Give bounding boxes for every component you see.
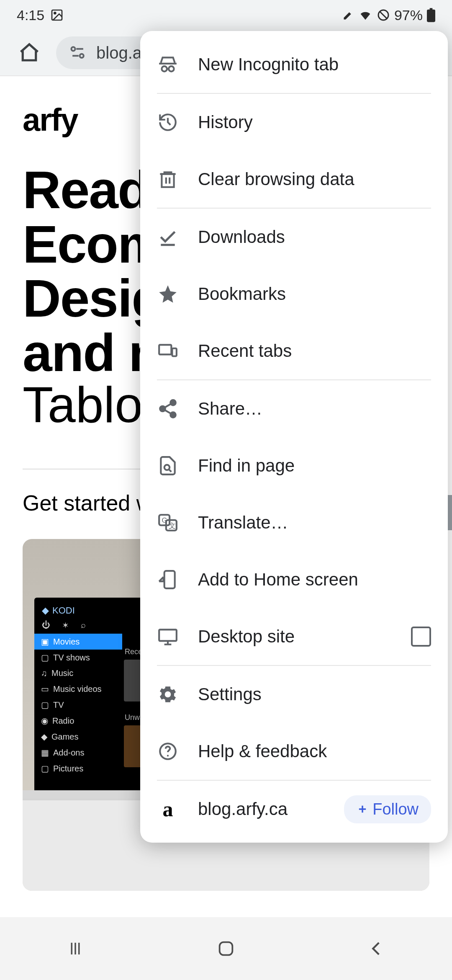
menu-help[interactable]: Help & feedback <box>140 723 448 780</box>
system-navbar <box>0 917 452 980</box>
menu-bookmarks[interactable]: Bookmarks <box>140 266 448 322</box>
menu-recent-tabs[interactable]: Recent tabs <box>140 322 448 379</box>
image-notification-icon <box>50 8 64 22</box>
menu-add-home[interactable]: Add to Home screen <box>140 551 448 608</box>
menu-share[interactable]: Share… <box>140 380 448 437</box>
svg-point-6 <box>80 54 84 58</box>
menu-label: History <box>198 112 253 132</box>
follow-button[interactable]: Follow <box>344 795 431 823</box>
battery-text: 97% <box>394 7 423 23</box>
menu-clear-data[interactable]: Clear browsing data <box>140 151 448 208</box>
svg-rect-3 <box>427 10 435 22</box>
menu-site-row[interactable]: a blog.arfy.ca Follow <box>140 781 448 838</box>
svg-rect-11 <box>172 348 176 356</box>
site-favicon: a <box>157 798 179 820</box>
status-bar: 4:15 97% <box>0 0 452 30</box>
url-text: blog.a <box>96 44 142 62</box>
menu-label: Downloads <box>198 227 285 247</box>
svg-point-23 <box>167 755 169 756</box>
menu-label: Bookmarks <box>198 284 286 304</box>
menu-translate[interactable]: G文 Translate… <box>140 494 448 551</box>
tv-cat-movies: ▣Movies <box>34 634 122 650</box>
menu-label: New Incognito tab <box>198 54 339 75</box>
desktop-icon <box>157 626 179 647</box>
menu-label: Desktop site <box>198 627 295 647</box>
svg-rect-4 <box>430 8 433 10</box>
overflow-menu: New Incognito tab History Clear browsing… <box>140 31 448 843</box>
history-icon <box>157 111 179 133</box>
tv-sidebar: ▣Movies ▢TV shows ♫Music ▭Music videos ▢… <box>34 634 122 776</box>
menu-label: Translate… <box>198 513 288 533</box>
svg-point-8 <box>169 66 174 72</box>
desktop-site-checkbox[interactable] <box>411 627 431 647</box>
svg-point-14 <box>170 412 176 418</box>
recent-tabs-icon <box>157 340 179 362</box>
svg-point-5 <box>71 47 75 51</box>
svg-point-1 <box>54 12 56 14</box>
menu-desktop-site[interactable]: Desktop site <box>140 608 448 665</box>
trash-icon <box>157 168 179 190</box>
incognito-icon <box>157 54 179 75</box>
menu-downloads[interactable]: Downloads <box>140 209 448 266</box>
battery-icon <box>427 8 435 22</box>
find-icon <box>157 455 179 477</box>
menu-history[interactable]: History <box>140 94 448 151</box>
svg-point-12 <box>170 400 176 405</box>
menu-label: Recent tabs <box>198 341 292 361</box>
svg-rect-9 <box>162 174 174 187</box>
help-icon <box>157 740 179 762</box>
menu-label: Add to Home screen <box>198 570 358 590</box>
menu-new-incognito[interactable]: New Incognito tab <box>140 36 448 93</box>
svg-text:G: G <box>162 516 167 524</box>
add-home-icon <box>157 569 179 591</box>
svg-rect-24 <box>220 942 233 955</box>
home-nav-button[interactable] <box>213 936 239 961</box>
menu-label: Help & feedback <box>198 741 327 761</box>
pen-icon <box>342 9 354 21</box>
svg-point-7 <box>162 66 167 72</box>
home-button[interactable] <box>17 40 42 65</box>
share-icon <box>157 398 179 420</box>
gear-icon <box>157 683 179 705</box>
menu-label: Clear browsing data <box>198 169 354 189</box>
menu-label: Share… <box>198 399 262 419</box>
status-left: 4:15 <box>17 7 64 23</box>
svg-rect-21 <box>159 629 177 641</box>
svg-rect-10 <box>159 345 171 354</box>
wifi-icon <box>358 8 372 22</box>
status-right: 97% <box>342 7 435 23</box>
clock: 4:15 <box>17 7 44 23</box>
svg-text:文: 文 <box>169 522 176 530</box>
svg-point-13 <box>160 406 165 412</box>
menu-label: Find in page <box>198 456 295 476</box>
translate-icon: G文 <box>157 512 179 534</box>
dnd-icon <box>377 8 390 22</box>
back-button[interactable] <box>364 936 389 961</box>
menu-settings[interactable]: Settings <box>140 666 448 723</box>
menu-find[interactable]: Find in page <box>140 437 448 494</box>
site-settings-icon <box>69 44 87 62</box>
svg-point-15 <box>164 465 170 470</box>
download-done-icon <box>157 226 179 248</box>
svg-rect-20 <box>164 571 175 588</box>
site-domain: blog.arfy.ca <box>198 799 288 819</box>
recents-button[interactable] <box>63 936 88 961</box>
menu-label: Settings <box>198 684 262 704</box>
star-icon <box>157 283 179 305</box>
